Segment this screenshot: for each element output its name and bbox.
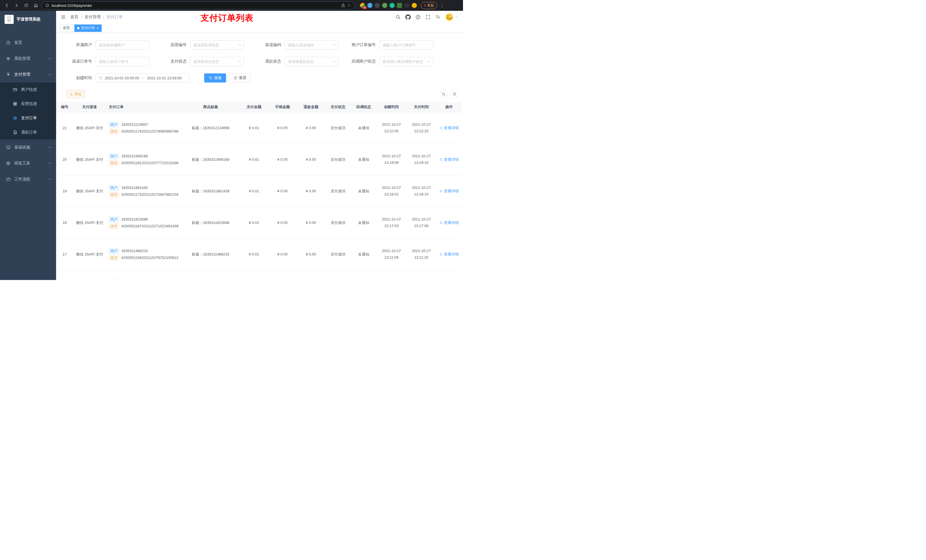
sidebar-menu: 首页 系统管理 ¥ 支付管理 — [0, 35, 56, 187]
filter-label: 支付状态 — [153, 59, 190, 64]
search-icon — [439, 221, 443, 225]
app-no-select[interactable] — [190, 41, 244, 50]
browser-update-button[interactable]: 更新 — [421, 2, 437, 9]
pay-tag: 支付 — [109, 128, 119, 134]
sidebar-item-pay-order[interactable]: 支付订单 — [0, 111, 56, 125]
tab-pay-order[interactable]: 支付订单 × — [74, 24, 101, 32]
channel-code-select[interactable] — [284, 41, 339, 50]
sidebar-item-home[interactable]: 首页 — [0, 35, 56, 51]
extension-icon[interactable] — [397, 3, 402, 8]
cell-fee: ¥ 0.00 — [268, 238, 297, 270]
extension-icon[interactable] — [404, 3, 410, 8]
search-icon — [439, 158, 443, 162]
sidebar-item-payment[interactable]: ¥ 支付管理 — [0, 66, 56, 83]
hamburger-icon[interactable] — [61, 15, 66, 20]
user-avatar[interactable] — [445, 13, 458, 21]
monitor-icon — [6, 145, 11, 150]
browser-menu-icon[interactable]: ⋮ — [439, 3, 445, 8]
sidebar-item-refund-order[interactable]: 退款订单 — [0, 125, 56, 139]
breadcrumb-current: 支付订单 — [107, 15, 123, 20]
view-detail-link[interactable]: 查看详情 — [439, 220, 459, 225]
merchant-order-no: 1635311881440 — [121, 186, 148, 190]
view-detail-link[interactable]: 查看详情 — [439, 252, 459, 257]
bookmark-star-icon[interactable]: ☆ — [347, 3, 351, 8]
extension-icon[interactable] — [412, 3, 417, 8]
breadcrumb-home[interactable]: 首页 — [70, 15, 78, 20]
view-detail-link[interactable]: 查看详情 — [439, 125, 459, 131]
extension-icon[interactable] — [375, 3, 380, 8]
date-range-picker[interactable]: 2021-10-01 00:00:00 - 2021-10-31 23:59:5… — [95, 73, 189, 83]
help-icon[interactable] — [415, 15, 421, 20]
merchant-order-no-input[interactable] — [379, 41, 433, 50]
payment-submenu: 商户信息 应用信息 支付订单 — [0, 83, 56, 139]
cell-title — [182, 270, 240, 280]
cell-pay-order: 商户1635311949168 支付4200001181202110277723… — [106, 144, 182, 175]
address-bar[interactable]: localhost:1024/pay/order ☆ — [42, 2, 355, 9]
extension-icon[interactable]: 10 — [360, 3, 365, 8]
breadcrumb-pay[interactable]: 支付管理 — [85, 15, 100, 20]
extension-icon[interactable] — [390, 3, 395, 8]
tab-home[interactable]: 首页 — [60, 24, 73, 32]
reload-icon[interactable] — [22, 2, 30, 9]
pay-status-select[interactable] — [190, 57, 244, 66]
sidebar-item-app-info[interactable]: 应用信息 — [0, 97, 56, 111]
share-icon[interactable] — [341, 3, 345, 8]
col-status: 支付状态 — [325, 102, 351, 112]
cell-status: 支付成功 — [325, 207, 351, 238]
font-size-icon[interactable] — [436, 15, 440, 20]
sidebar-item-merchant-info[interactable]: 商户信息 — [0, 83, 56, 97]
col-channel: 支付渠道 — [73, 102, 106, 112]
browser-toolbar: localhost:1024/pay/order ☆ 10 更新 ⋮ — [0, 0, 463, 11]
channel-order-no: 4200001167202110271022491439 — [121, 224, 179, 228]
date-start: 2021-10-01 00:00:00 — [105, 76, 139, 80]
export-button[interactable]: 导出 — [67, 90, 85, 98]
fullscreen-icon[interactable] — [425, 15, 431, 20]
col-fee: 手续金额 — [268, 102, 297, 112]
sidebar-item-workflow[interactable]: 工作流程 — [0, 171, 56, 187]
breadcrumb-separator: / — [81, 15, 82, 20]
sidebar-logo: 芋道管理系统 — [0, 11, 56, 28]
cell-fee — [268, 270, 297, 280]
cell-notify — [351, 270, 377, 280]
table-row: 18 微信 JSAPI 支付 商户1635311823086 支付4200001… — [56, 207, 462, 238]
search-button[interactable]: 搜索 — [204, 73, 226, 83]
date-separator: - — [142, 76, 145, 80]
close-icon[interactable]: × — [97, 26, 99, 30]
search-icon[interactable] — [395, 15, 401, 20]
site-info-icon[interactable] — [45, 3, 49, 8]
table-toolbar: 导出 — [56, 90, 463, 98]
home-icon[interactable] — [32, 2, 40, 9]
refresh-table-button[interactable] — [451, 90, 458, 98]
extension-icon[interactable] — [382, 3, 387, 8]
cell-status: 支付成功 — [325, 238, 351, 270]
merchant-order-no: 1635311949168 — [121, 154, 148, 158]
merchant-tag: 商户 — [109, 153, 119, 159]
extension-icon[interactable] — [367, 3, 372, 8]
reset-button[interactable]: 重置 — [229, 73, 251, 83]
breadcrumb-separator: / — [103, 15, 104, 20]
notify-status-select[interactable] — [379, 57, 433, 66]
sidebar: 芋道管理系统 首页 系统管理 ¥ 支付管理 — [0, 11, 56, 280]
sidebar-item-devtools[interactable]: 研发工具 — [0, 155, 56, 171]
search-icon — [439, 190, 443, 193]
pay-tag: 支付 — [109, 223, 119, 229]
view-detail-link[interactable]: 查看详情 — [439, 189, 459, 194]
merchant-input[interactable] — [95, 41, 150, 50]
back-icon[interactable] — [3, 2, 11, 9]
channel-order-no-input[interactable] — [95, 57, 150, 66]
sidebar-item-system[interactable]: 系统管理 — [0, 51, 56, 66]
sidebar-item-infra[interactable]: 基础设施 — [0, 139, 56, 155]
view-detail-link[interactable]: 查看详情 — [439, 157, 459, 162]
cell-channel: 微信 JSAPI 支付 — [73, 207, 106, 238]
url-text: localhost:1024/pay/order — [51, 3, 92, 8]
merchant-tag: 商户 — [109, 185, 119, 191]
cell-pay-order: 商户1635311823086 支付4200001167202110271022… — [106, 207, 182, 238]
col-pay-order: 支付订单 — [106, 102, 182, 112]
cell-channel: 微信 JSAPI 支付 — [73, 175, 106, 207]
cell-title: 标题：1635312124656 — [182, 112, 240, 144]
toggle-search-button[interactable] — [440, 90, 448, 98]
github-icon[interactable] — [406, 15, 411, 20]
forward-icon[interactable] — [12, 2, 21, 9]
refund-status-select[interactable] — [284, 57, 339, 66]
col-refund: 退款金额 — [297, 102, 325, 112]
